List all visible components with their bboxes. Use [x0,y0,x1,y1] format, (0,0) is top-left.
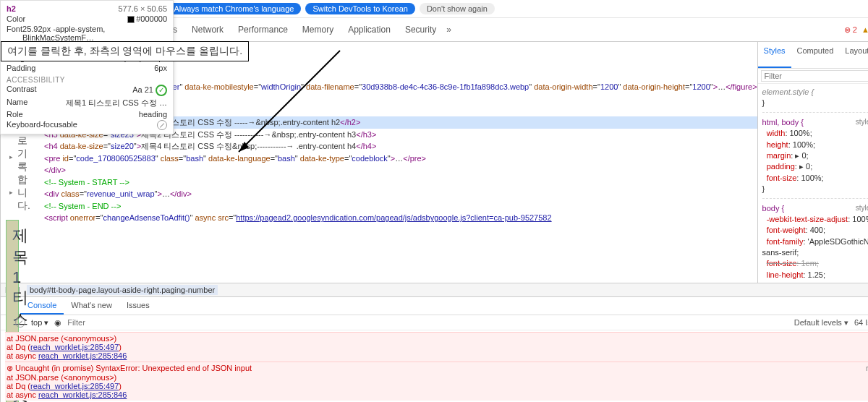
error-count[interactable]: ⊗ 2 [844,25,857,35]
context-selector[interactable]: top ▾ [31,318,48,328]
breadcrumb[interactable]: html body#tt-body-page.layout-aside-righ… [1,283,868,296]
drawer-tab-issues[interactable]: Issues [119,297,157,315]
tab-memory[interactable]: Memory [295,20,341,39]
console-filter-input[interactable] [67,318,788,327]
css-rules[interactable]: element.style {} style.css?_…08057950:36… [758,84,868,283]
forbidden-icon [157,120,167,130]
tab-performance[interactable]: Performance [231,20,295,39]
switch-korean-button[interactable]: Switch DevTools to Korean [305,3,414,14]
clear-console-icon[interactable] [15,317,25,328]
warning-count[interactable]: ▲ 113 [861,25,868,34]
tooltip-tag: h2 [7,4,16,13]
instruction-callout: 여기를 클릭한 후, 좌측의 영역에 마우스를 올립니다. [1,41,249,61]
tab-network[interactable]: Network [184,20,231,39]
tab-application[interactable]: Application [341,20,398,39]
inspect-tooltip: h2577.6 × 50.65 Color#000000 Font25.92px… [0,0,174,134]
console-output[interactable]: at JSON.parse (<anonymous>) at Dq (reach… [1,330,868,402]
dont-show-button[interactable]: Don't show again [420,3,495,14]
drawer-tab-whatsnew[interactable]: What's new [64,297,119,315]
eye-icon[interactable]: ◉ [54,318,61,328]
issues-summary[interactable]: 64 Issues: ⚑ 60 ▲ 4 [854,318,868,328]
more-tabs-icon[interactable]: » [443,25,454,35]
tab-computed[interactable]: Computed [791,42,840,68]
tab-layout[interactable]: Layout [839,42,868,68]
match-language-button[interactable]: Always match Chrome's language [166,3,301,14]
levels-selector[interactable]: Default levels ▾ [794,318,848,328]
tooltip-dims: 577.6 × 50.65 [118,4,167,13]
styles-pane: Styles Computed Layout Event Listeners »… [757,42,868,283]
styles-filter-input[interactable] [761,70,868,82]
tab-styles[interactable]: Styles [758,42,791,68]
tab-security[interactable]: Security [398,20,443,39]
